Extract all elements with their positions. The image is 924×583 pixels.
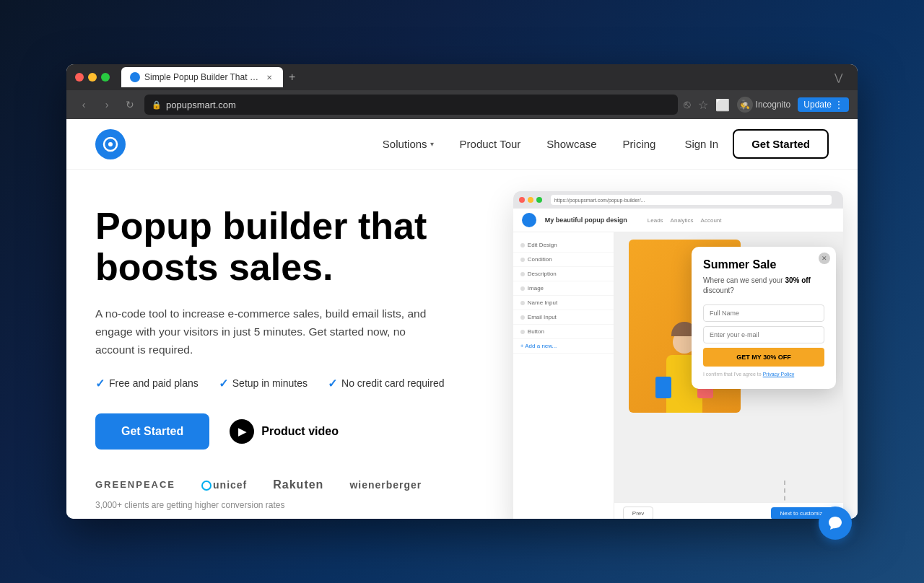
check-icon-3: ✓ [328,377,337,390]
update-label: Update [803,100,832,110]
popup-email-input[interactable] [703,326,824,343]
greenpeace-logo: GREENPEACE [95,479,175,490]
update-chevron-icon: ⋮ [834,100,843,110]
check-item-1: ✓ Free and paid plans [95,377,199,390]
browser-toolbar: ‹ › ↻ 🔒 popupsmart.com ⎋ ☆ ⬜ 🕵 Incognito… [66,90,858,119]
refresh-button[interactable]: ↻ [121,96,139,113]
unicef-logo: unicef [201,479,247,491]
website-content: Solutions ▾ Product Tour Showcase Pricin… [66,119,858,519]
check-icon-2: ✓ [219,377,228,390]
nav-actions: Sign In Get Started [684,129,829,159]
hero-left: Popup builder that boosts sales. A no-co… [95,206,499,497]
cast-icon[interactable]: ⎋ [684,98,691,111]
nav-product-tour[interactable]: Product Tour [460,138,521,150]
sidebar-dot-icon [520,330,525,334]
popup-card: ✕ Summer Sale Where can we send your 30%… [692,247,836,389]
popup-subtitle: Where can we send your 30% off discount? [703,276,824,296]
close-window-button[interactable] [75,73,84,82]
preview-bottom-nav: Prev Next to customize [614,502,843,519]
preview-tab-leads[interactable]: Leads [648,216,663,225]
tab-close-button[interactable]: ✕ [264,72,274,82]
address-bar[interactable]: 🔒 popupsmart.com [144,95,678,115]
hero-section: Popup builder that boosts sales. A no-co… [66,170,858,519]
preview-logo [522,213,536,227]
hero-right: https://popupsmart.com/popup-builder/...… [499,206,829,497]
nav-links: Solutions ▾ Product Tour Showcase Pricin… [383,138,656,150]
unicef-circle-icon [201,481,212,491]
product-video-button[interactable]: ▶ Product video [230,419,339,444]
preview-prev-button[interactable]: Prev [623,507,653,519]
sidebar-item-add-new[interactable]: + Add a new... [513,339,614,354]
wienerberger-logo: wienerberger [349,479,422,491]
preview-design-label: My beautiful popup design [545,216,627,224]
solutions-chevron-icon: ▾ [430,140,434,148]
preview-dot-red [519,197,525,203]
active-tab[interactable]: Simple Popup Builder That Bo... ✕ [121,67,283,87]
check-item-2: ✓ Setup in minutes [219,377,308,390]
tab-title: Simple Popup Builder That Bo... [144,72,260,82]
hero-title: Popup builder that boosts sales. [95,206,484,288]
preview-titlebar: https://popupsmart.com/popup-builder/... [513,191,843,209]
sidebar-item-image[interactable]: Image [513,281,614,296]
new-tab-button[interactable]: + [283,71,301,84]
main-nav: Solutions ▾ Product Tour Showcase Pricin… [66,119,858,170]
preview-tab-account[interactable]: Account [701,216,722,225]
toolbar-right: ⎋ ☆ ⬜ 🕵 Incognito Update ⋮ [684,97,849,113]
logo[interactable] [95,129,126,159]
cta-row: Get Started ▶ Product video [95,413,484,450]
privacy-policy-link[interactable]: Privacy Policy [763,372,795,377]
sidebar-item-email-input[interactable]: Email Input [513,310,614,325]
logo-icon [95,129,126,159]
traffic-lights [75,73,110,82]
feature-checks: ✓ Free and paid plans ✓ Setup in minutes… [95,377,484,390]
incognito-icon: 🕵 [737,97,753,113]
sidebar-item-edit-design[interactable]: Edit Design [513,238,614,253]
preview-tabs: My beautiful popup design Leads Analytic… [513,209,843,232]
hero-description: A no-code tool to increase e-commerce sa… [95,305,427,359]
nav-pricing[interactable]: Pricing [623,138,656,150]
preview-main: ✕ Summer Sale Where can we send your 30%… [614,232,843,519]
sidebar-dot-icon [520,301,525,305]
bag-left [655,377,671,398]
popup-name-input[interactable] [703,304,824,322]
product-video-label: Product video [261,425,339,438]
preview-dot-yellow [528,197,533,203]
preview-url-bar: https://popupsmart.com/popup-builder/... [551,195,832,205]
extensions-icon[interactable]: ⬜ [715,98,730,112]
svg-point-1 [108,142,113,146]
nav-showcase[interactable]: Showcase [546,138,596,150]
check-label-2: Setup in minutes [232,377,308,389]
popup-close-button[interactable]: ✕ [819,253,830,264]
popup-cta-button[interactable]: GET MY 30% OFF [703,348,824,367]
popup-consent: I confirm that I've agree to Privacy Pol… [703,371,824,377]
chat-bubble-button[interactable] [819,507,852,540]
get-started-button[interactable]: Get Started [95,413,209,450]
sign-in-button[interactable]: Sign In [684,138,718,150]
maximize-window-button[interactable] [101,73,110,82]
sidebar-dot-icon [520,258,525,262]
nav-solutions[interactable]: Solutions ▾ [383,138,434,150]
bookmark-icon[interactable]: ☆ [698,98,708,112]
minimize-window-button[interactable] [88,73,97,82]
preview-content: Edit Design Condition Description [513,232,843,519]
sidebar-dot-icon [520,272,525,276]
update-button[interactable]: Update ⋮ [798,97,849,112]
client-logos: GREENPEACE unicef Rakuten wienerberger [95,478,484,491]
sidebar-item-condition[interactable]: Condition [513,253,614,267]
preview-url: https://popupsmart.com/popup-builder/... [554,198,645,203]
sidebar-dot-icon [520,315,525,320]
incognito-label: Incognito [756,100,791,110]
forward-button[interactable]: › [98,96,116,113]
check-label-3: No credit card required [341,377,444,389]
popup-preview: https://popupsmart.com/popup-builder/...… [513,191,843,519]
browser-window: Simple Popup Builder That Bo... ✕ + ⋁ ‹ … [66,64,858,519]
back-button[interactable]: ‹ [75,96,92,113]
sidebar-dot-icon [520,286,525,291]
preview-tab-analytics[interactable]: Analytics [671,216,694,225]
sidebar-item-description[interactable]: Description [513,267,614,281]
browser-menu-button[interactable]: ⋁ [834,71,849,83]
sidebar-item-button[interactable]: Button [513,325,614,339]
sidebar-item-name-input[interactable]: Name Input [513,296,614,310]
get-started-nav-button[interactable]: Get Started [733,129,829,159]
lock-icon: 🔒 [152,100,162,110]
